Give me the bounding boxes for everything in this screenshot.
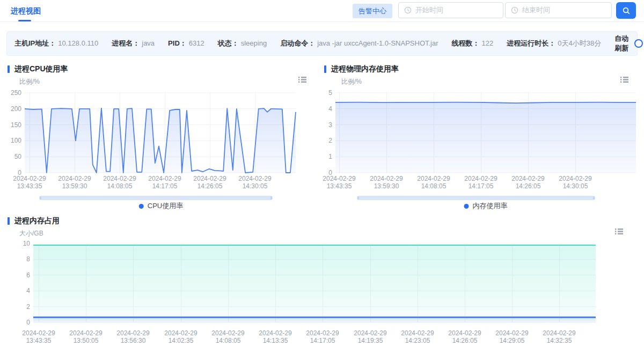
legend-dot	[139, 204, 144, 209]
y-axis-tick-label: 5	[313, 89, 332, 97]
end-time-input[interactable]: 结束时间	[505, 2, 612, 18]
start-time-input[interactable]: 开始时间	[398, 2, 503, 18]
x-axis-label: 2024-02-2913:59:30	[364, 175, 409, 190]
y-axis-tick-label: 2	[313, 137, 332, 144]
x-axis-label: 2024-02-2914:17:05	[458, 175, 503, 190]
x-axis-label: 2024-02-2914:26:05	[506, 175, 551, 190]
tab-process-view[interactable]: 进程视图	[11, 0, 41, 21]
x-axis-label: 2024-02-2914:32:35	[537, 329, 582, 344]
x-axis-label: 2024-02-2914:26:05	[442, 329, 487, 344]
x-axis-label: 2024-02-2914:17:05	[300, 329, 345, 344]
info-field-label: 状态：	[218, 39, 239, 47]
info-field: 状态：sleeping	[218, 39, 267, 48]
memory-rate-chart-plot[interactable]	[322, 62, 644, 214]
x-axis-label: 2024-02-2914:26:05	[187, 175, 232, 190]
clock-icon	[404, 6, 412, 14]
legend-cpu[interactable]: CPU使用率	[139, 202, 183, 210]
y-axis-tick-label: 250	[2, 89, 21, 97]
x-axis-label: 2024-02-2913:59:30	[52, 175, 97, 190]
process-info-bar: 主机IP地址：10.128.0.110进程名：javaPID：6312状态：sl…	[6, 31, 638, 56]
info-field-label: 启动命令：	[280, 39, 315, 47]
y-axis-tick-label: 2	[11, 303, 30, 311]
y-axis-tick-label: 100	[2, 137, 21, 144]
memory-usage-rate-chart-card: 进程物理内存使用率 比例/% 内存使用率 0123452024-02-2913:…	[322, 62, 644, 214]
memory-usage-chart-card: 进程内存占用 大小/GB 02468102024-02-2913:43:3520…	[0, 214, 644, 346]
y-axis-tick-label: 200	[2, 105, 21, 113]
y-axis-tick-label: 6	[11, 271, 30, 279]
top-header-bar: 进程视图 告警中心 开始时间 结束时间	[0, 0, 644, 22]
legend-dot	[464, 204, 469, 209]
info-field-label: 线程数：	[452, 39, 480, 47]
info-field-label: 进程名：	[112, 39, 140, 47]
info-field: 线程数：122	[452, 39, 494, 48]
info-field: 主机IP地址：10.128.0.110	[14, 39, 98, 48]
info-field-label: 进程运行时长：	[507, 39, 555, 47]
info-field-label: PID：	[168, 39, 187, 47]
info-field-value: 10.128.0.110	[58, 39, 98, 47]
auto-refresh-control: 自动刷新	[614, 34, 643, 53]
y-axis-tick-label: 8	[11, 255, 30, 263]
tab-active-underline	[18, 20, 31, 21]
x-axis-label: 2024-02-2914:17:05	[142, 175, 187, 190]
cpu-usage-chart-card: 进程CPU使用率 比例/% CPU使用率 0501001502002502024…	[0, 62, 322, 214]
x-axis-label: 2024-02-2914:02:35	[158, 329, 203, 344]
memory-usage-chart-plot[interactable]	[0, 214, 644, 346]
info-field: PID：6312	[168, 39, 204, 48]
info-field-value: sleeping	[241, 39, 267, 47]
x-axis-label: 2024-02-2914:08:05	[206, 329, 251, 344]
y-axis-tick-label: 1	[313, 153, 332, 160]
x-axis-label: 2024-02-2914:13:35	[253, 329, 298, 344]
search-icon	[622, 6, 631, 15]
legend-label: 内存使用率	[473, 201, 508, 211]
info-field-value: java -jar uxccAgent-1.0-SNAPSHOT.jar	[317, 39, 438, 47]
y-axis-tick-label: 3	[313, 121, 332, 129]
x-axis-label: 2024-02-2914:08:05	[97, 175, 142, 190]
info-field-value: java	[142, 39, 155, 47]
legend-label: CPU使用率	[148, 201, 183, 211]
x-axis-label: 2024-02-2913:43:35	[7, 175, 52, 190]
zoom-slider[interactable]	[39, 196, 273, 200]
auto-refresh-label: 自动刷新	[614, 34, 629, 53]
process-info-fields: 主机IP地址：10.128.0.110进程名：javaPID：6312状态：sl…	[14, 39, 614, 48]
info-field-value: 6312	[189, 39, 204, 47]
info-field-value: 122	[482, 39, 494, 47]
y-axis-tick-label: 4	[11, 287, 30, 295]
start-time-placeholder: 开始时间	[415, 5, 443, 15]
x-axis-label: 2024-02-2913:50:05	[63, 329, 108, 344]
y-axis-tick-label: 50	[2, 153, 21, 160]
y-axis-tick-label: 10	[11, 240, 30, 247]
info-field-label: 主机IP地址：	[14, 39, 56, 47]
x-axis-label: 2024-02-2914:29:05	[489, 329, 535, 344]
x-axis-label: 2024-02-2914:08:05	[411, 175, 456, 190]
x-axis-label: 2024-02-2914:23:05	[395, 329, 440, 344]
info-field: 进程运行时长：0天4小时38分	[507, 39, 601, 48]
cpu-chart-plot[interactable]	[0, 62, 322, 214]
clock-icon	[511, 6, 518, 14]
alert-center-button[interactable]: 告警中心	[353, 4, 392, 18]
x-axis-label: 2024-02-2914:30:05	[232, 175, 277, 190]
x-axis-label: 2024-02-2913:43:35	[317, 175, 362, 190]
info-field: 进程名：java	[112, 39, 155, 48]
y-axis-tick-label: 0	[11, 319, 30, 326]
end-time-placeholder: 结束时间	[522, 5, 550, 15]
x-axis-label: 2024-02-2914:30:05	[553, 175, 598, 190]
x-axis-label: 2024-02-2913:56:30	[111, 329, 156, 344]
y-axis-tick-label: 4	[313, 105, 332, 113]
x-axis-label: 2024-02-2914:19:35	[348, 329, 393, 344]
zoom-slider[interactable]	[357, 196, 595, 200]
toggle-knob	[635, 40, 642, 47]
auto-refresh-toggle[interactable]	[634, 39, 643, 48]
x-axis-label: 2024-02-2913:43:35	[16, 329, 61, 344]
info-field: 启动命令：java -jar uxccAgent-1.0-SNAPSHOT.ja…	[280, 39, 438, 48]
y-axis-tick-label: 150	[2, 121, 21, 129]
info-field-value: 0天4小时38分	[558, 39, 601, 47]
legend-memory[interactable]: 内存使用率	[464, 202, 508, 210]
search-button[interactable]	[616, 2, 636, 19]
